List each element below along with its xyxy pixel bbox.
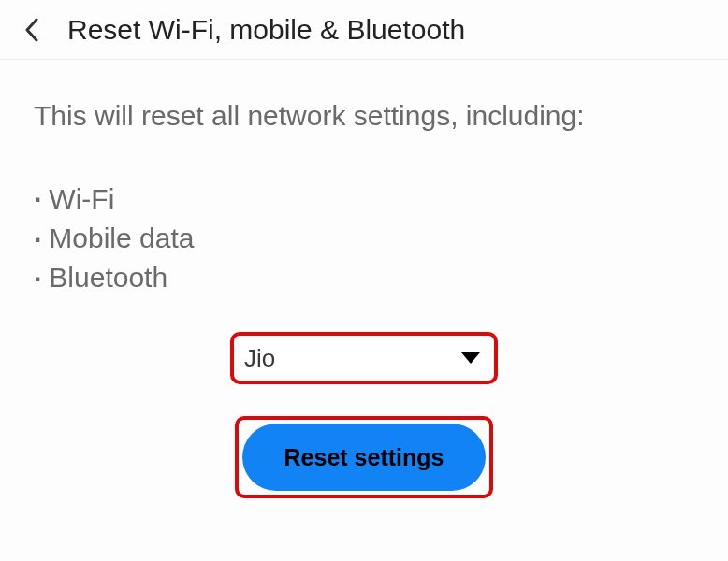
back-icon[interactable] [19,17,45,43]
chevron-down-icon [461,352,480,364]
reset-description: This will reset all network settings, in… [34,97,694,136]
reset-settings-button[interactable]: Reset settings [242,424,486,491]
page-title: Reset Wi-Fi, mobile & Bluetooth [67,14,465,46]
reset-list: Wi-Fi Mobile data Bluetooth [34,180,694,299]
sim-select-label: Jio [244,344,275,373]
reset-button-highlight: Reset settings [235,416,493,498]
list-item: Wi-Fi [34,180,694,220]
list-item: Mobile data [34,220,694,259]
list-item: Bluetooth [34,259,694,298]
header: Reset Wi-Fi, mobile & Bluetooth [0,0,728,60]
content-area: This will reset all network settings, in… [0,60,728,536]
reset-button-label: Reset settings [284,444,444,471]
sim-select-dropdown[interactable]: Jio [238,339,490,377]
controls: Jio Reset settings [34,332,694,498]
sim-select-highlight: Jio [230,332,498,384]
